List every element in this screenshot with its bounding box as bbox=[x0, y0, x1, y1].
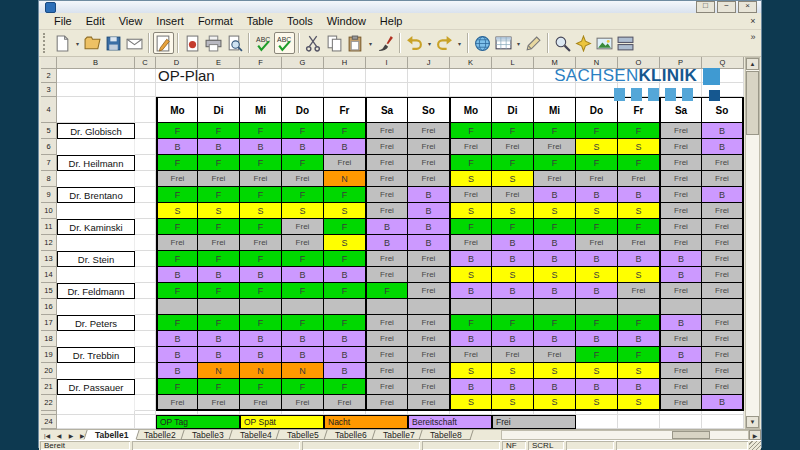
schedule-cell[interactable]: F bbox=[492, 155, 534, 171]
schedule-cell[interactable]: B bbox=[240, 139, 282, 155]
row-header-5[interactable]: 5 bbox=[41, 123, 57, 139]
schedule-cell[interactable]: Frei bbox=[660, 379, 702, 395]
schedule-cell[interactable]: B bbox=[534, 251, 576, 267]
schedule-cell[interactable]: Frei bbox=[660, 395, 702, 411]
email-icon[interactable] bbox=[124, 32, 145, 54]
schedule-cell[interactable]: Frei bbox=[702, 203, 744, 219]
schedule-cell[interactable]: Frei bbox=[660, 219, 702, 235]
empty-cell[interactable] bbox=[135, 203, 156, 219]
schedule-cell[interactable]: S bbox=[492, 395, 534, 411]
schedule-cell[interactable]: B bbox=[450, 251, 492, 267]
schedule-cell[interactable]: Frei bbox=[702, 267, 744, 283]
schedule-cell[interactable]: Frei bbox=[450, 187, 492, 203]
schedule-cell[interactable]: B bbox=[324, 331, 366, 347]
schedule-cell[interactable]: S bbox=[492, 267, 534, 283]
schedule-cell[interactable]: Frei bbox=[366, 331, 408, 347]
empty-cell[interactable] bbox=[135, 171, 156, 187]
schedule-cell[interactable]: B bbox=[156, 331, 198, 347]
schedule-cell[interactable]: Frei bbox=[660, 139, 702, 155]
schedule-cell[interactable]: F bbox=[198, 379, 240, 395]
empty-cell[interactable] bbox=[57, 331, 135, 347]
schedule-cell[interactable]: F bbox=[576, 347, 618, 363]
schedule-cell[interactable]: S bbox=[576, 267, 618, 283]
resize-grip[interactable] bbox=[749, 441, 761, 450]
schedule-cell[interactable]: F bbox=[492, 219, 534, 235]
schedule-cell[interactable]: Frei bbox=[366, 155, 408, 171]
empty-cell[interactable] bbox=[57, 267, 135, 283]
empty-cell[interactable] bbox=[135, 97, 156, 123]
row-header-17[interactable]: 17 bbox=[41, 315, 57, 331]
empty-cell[interactable] bbox=[492, 69, 534, 83]
schedule-cell[interactable]: F bbox=[240, 283, 282, 299]
schedule-cell[interactable]: B bbox=[702, 187, 744, 203]
schedule-cell[interactable]: S bbox=[240, 203, 282, 219]
schedule-cell[interactable]: S bbox=[618, 363, 660, 379]
schedule-cell[interactable]: F bbox=[198, 251, 240, 267]
schedule-cell[interactable]: Frei bbox=[366, 379, 408, 395]
column-header-C[interactable]: C bbox=[135, 57, 156, 69]
schedule-cell[interactable]: Frei bbox=[660, 363, 702, 379]
schedule-cell[interactable]: Frei bbox=[702, 283, 744, 299]
schedule-cell[interactable]: F bbox=[156, 123, 198, 139]
schedule-cell[interactable] bbox=[282, 299, 324, 315]
schedule-cell[interactable]: S bbox=[492, 171, 534, 187]
schedule-cell[interactable]: F bbox=[324, 219, 366, 235]
horizontal-scrollbar-thumb[interactable] bbox=[672, 431, 710, 439]
schedule-cell[interactable]: F bbox=[534, 315, 576, 331]
new-document-icon[interactable] bbox=[52, 32, 73, 54]
column-header-G[interactable]: G bbox=[282, 57, 324, 69]
schedule-cell[interactable]: Frei bbox=[492, 139, 534, 155]
vertical-scrollbar[interactable]: ▲ ▼ bbox=[745, 57, 760, 429]
schedule-cell[interactable]: B bbox=[492, 331, 534, 347]
schedule-cell[interactable]: Frei bbox=[408, 363, 450, 379]
empty-cell[interactable] bbox=[57, 171, 135, 187]
schedule-cell[interactable]: F bbox=[240, 187, 282, 203]
copy-icon[interactable] bbox=[324, 32, 345, 54]
schedule-cell[interactable]: F bbox=[534, 123, 576, 139]
schedule-cell[interactable]: S bbox=[450, 171, 492, 187]
schedule-cell[interactable] bbox=[198, 299, 240, 315]
schedule-cell[interactable]: Frei bbox=[366, 267, 408, 283]
schedule-cell[interactable]: Frei bbox=[156, 171, 198, 187]
schedule-cell[interactable]: Frei bbox=[366, 363, 408, 379]
schedule-cell[interactable]: Frei bbox=[534, 139, 576, 155]
table-dropdown-arrow-icon[interactable]: ▾ bbox=[514, 40, 523, 47]
schedule-cell[interactable]: B bbox=[660, 251, 702, 267]
schedule-cell[interactable]: F bbox=[366, 283, 408, 299]
minimize-button[interactable]: − bbox=[717, 1, 736, 13]
column-header-L[interactable]: L bbox=[492, 57, 534, 69]
schedule-cell[interactable]: B bbox=[576, 331, 618, 347]
schedule-cell[interactable]: B bbox=[324, 363, 366, 379]
empty-cell[interactable] bbox=[57, 97, 135, 123]
schedule-cell[interactable]: F bbox=[324, 315, 366, 331]
empty-cell[interactable] bbox=[408, 83, 450, 97]
horizontal-scrollbar[interactable]: ▶ bbox=[501, 430, 761, 440]
menu-edit[interactable]: Edit bbox=[79, 14, 112, 28]
doctor-name-cell[interactable]: Dr. Brentano bbox=[57, 187, 135, 203]
row-header-18[interactable]: 18 bbox=[41, 331, 57, 347]
sheet-tab-tabelle1[interactable]: Tabelle1 bbox=[83, 430, 140, 440]
schedule-cell[interactable]: Frei bbox=[576, 235, 618, 251]
empty-cell[interactable] bbox=[702, 415, 744, 429]
row-header-2[interactable]: 2 bbox=[41, 69, 57, 83]
schedule-cell[interactable]: B bbox=[198, 331, 240, 347]
schedule-cell[interactable]: Frei bbox=[366, 395, 408, 411]
schedule-cell[interactable]: B bbox=[618, 251, 660, 267]
schedule-cell[interactable]: S bbox=[618, 139, 660, 155]
schedule-cell[interactable]: Frei bbox=[240, 171, 282, 187]
title-bar[interactable]: □ − × bbox=[39, 1, 761, 13]
schedule-cell[interactable]: B bbox=[534, 187, 576, 203]
print-icon[interactable] bbox=[203, 32, 224, 54]
menu-insert[interactable]: Insert bbox=[149, 14, 191, 28]
toolbar-drag-handle[interactable] bbox=[43, 33, 49, 53]
schedule-cell[interactable]: S bbox=[534, 203, 576, 219]
row-header-16[interactable]: 16 bbox=[41, 299, 57, 315]
edit-file-icon[interactable] bbox=[153, 32, 174, 54]
schedule-cell[interactable]: Frei bbox=[702, 315, 744, 331]
empty-cell[interactable] bbox=[450, 83, 492, 97]
schedule-cell[interactable]: F bbox=[156, 315, 198, 331]
schedule-cell[interactable]: Frei bbox=[366, 171, 408, 187]
row-header-13[interactable]: 13 bbox=[41, 251, 57, 267]
schedule-cell[interactable]: Frei bbox=[282, 219, 324, 235]
export-pdf-icon[interactable] bbox=[182, 32, 203, 54]
